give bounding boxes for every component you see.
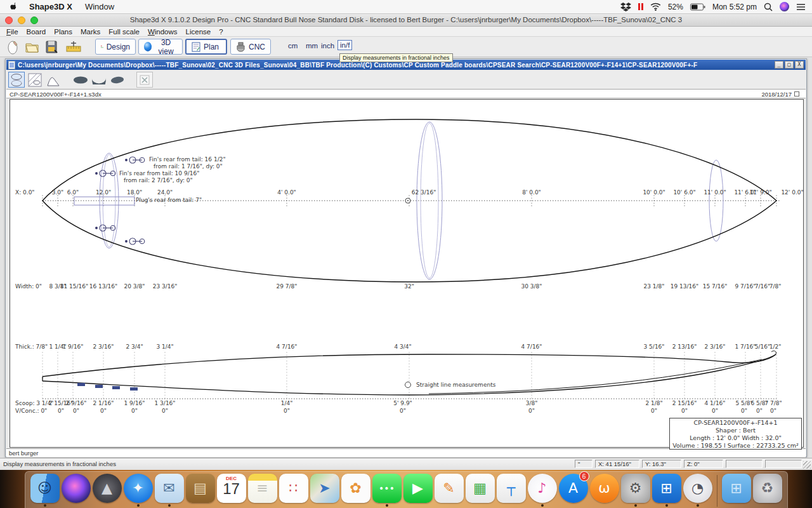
dock-contacts[interactable]: ▤ — [186, 474, 215, 507]
menu-marks[interactable]: Marks — [81, 28, 100, 36]
menubar-item-window[interactable]: Window — [85, 2, 114, 11]
export-disabled-icon[interactable] — [136, 72, 153, 88]
dock-app-store[interactable]: A6 — [559, 474, 588, 507]
dock-messages[interactable]: ••• — [372, 474, 402, 507]
unit-inch[interactable]: inch — [321, 42, 334, 50]
center-plug-box[interactable] — [74, 197, 134, 205]
menu-board[interactable]: Board — [27, 28, 46, 36]
wifi-icon[interactable] — [650, 3, 661, 11]
menu-file[interactable]: File — [6, 28, 18, 36]
dock-system-preferences[interactable]: ⚙ — [621, 474, 650, 507]
app-titlebar[interactable]: Shape3d X 9.1.0.2 Design Pro - CNC Stand… — [0, 14, 812, 27]
screen: Shape3D X Window 52% Mon 5:52 pm — [0, 0, 812, 508]
menubar-clock[interactable]: Mon 5:52 pm — [712, 3, 757, 11]
straight-line-marker[interactable] — [405, 382, 411, 388]
status-cell-0: " — [575, 460, 593, 468]
spotlight-search-icon[interactable] — [764, 3, 773, 11]
dock-ibooks[interactable]: ω — [590, 474, 619, 507]
3d-view-button[interactable]: 3D view — [138, 39, 183, 55]
minimize-traffic-light[interactable] — [18, 17, 25, 24]
outline-view-icon[interactable] — [8, 72, 25, 88]
menu-full-scale[interactable]: Full scale — [108, 28, 140, 36]
dock-notes[interactable]: ≡ — [248, 474, 277, 507]
document-window-buttons: _ □ X — [775, 61, 804, 69]
plan-mode-button[interactable]: Plan — [185, 39, 227, 55]
running-indicator-dot — [634, 504, 637, 507]
notification-center-icon[interactable] — [796, 3, 806, 11]
measure-tool-icon[interactable] — [65, 39, 82, 55]
measurement-v-concave: 0" — [756, 408, 763, 414]
dock-numbers[interactable]: ▦ — [466, 474, 495, 507]
battery-percent: 52% — [668, 3, 683, 11]
doc-minimize-button[interactable]: _ — [775, 61, 783, 69]
dock-trash[interactable]: ♻ — [753, 474, 782, 507]
menu-?[interactable]: ? — [219, 28, 223, 36]
dock-swirl-app[interactable]: ◔ — [683, 474, 712, 507]
dock-windows-folder[interactable]: ⊞ — [722, 474, 751, 507]
dock-itunes[interactable]: ♪ — [528, 474, 557, 507]
file-date: 2018/12/17 — [761, 91, 792, 98]
measurement-scoop: 2 1/16" — [93, 400, 114, 406]
dropbox-icon[interactable] — [620, 3, 631, 11]
bottom-view-icon[interactable] — [91, 72, 107, 88]
unit-inf-selected[interactable]: in/f — [337, 40, 352, 50]
numbers-icon: ▦ — [466, 474, 495, 503]
profile-view-icon[interactable] — [45, 72, 62, 88]
measurement-x: 11' 9.0" — [749, 189, 771, 196]
deck-view-icon[interactable] — [109, 72, 126, 88]
siri-icon[interactable] — [780, 2, 789, 11]
resize-grip[interactable] — [803, 461, 811, 469]
cnc-mode-button[interactable]: CNC — [230, 39, 271, 55]
info-volume-surface: Volume : 198.55 l Surface : 22733.25 cm² — [670, 442, 801, 450]
macos-menubar: Shape3D X Window 52% Mon 5:52 pm — [0, 0, 812, 14]
doc-close-button[interactable]: X — [795, 61, 804, 69]
safari-icon: ✦ — [124, 474, 153, 503]
measurement-width: 30 3/8" — [521, 283, 542, 290]
dock-safari[interactable]: ✦ — [124, 474, 153, 507]
dock-siri[interactable] — [62, 474, 91, 507]
dock-photos[interactable]: ✿ — [341, 474, 370, 507]
doc-maximize-button[interactable]: □ — [785, 61, 794, 69]
numbers-glyph: ▦ — [473, 481, 487, 495]
dock-finder[interactable]: ☺ — [30, 474, 60, 507]
ibooks-icon: ω — [590, 474, 619, 503]
date-checkbox[interactable] — [794, 91, 799, 97]
pause-status-icon[interactable] — [638, 3, 643, 10]
dock-keynote[interactable]: ┬ — [497, 474, 526, 507]
dock-facetime[interactable]: ▶ — [403, 474, 433, 507]
unit-cm[interactable]: cm — [288, 42, 298, 50]
dock-pages[interactable]: ✎ — [435, 474, 464, 507]
info-dimensions: Length : 12' 0.0" Width : 32.0" — [670, 434, 801, 442]
zoom-traffic-light[interactable] — [30, 17, 38, 24]
measurement-v-concave: 0" — [100, 408, 107, 414]
measurement-thickness: 4 7/16" — [521, 344, 542, 350]
3d-sphere-icon — [144, 42, 152, 51]
menubar-app-name[interactable]: Shape3D X — [29, 2, 72, 11]
document-window: C:\users\jnrburger\My Documents\Dropbox\… — [5, 58, 807, 457]
pages-icon: ✎ — [435, 474, 464, 503]
new-board-icon[interactable] — [5, 39, 22, 55]
windows-folder-glyph: ⊞ — [730, 481, 742, 495]
solid-outline-icon[interactable] — [72, 72, 89, 88]
dock-calendar[interactable]: DEC17 — [217, 474, 246, 507]
design-mode-button[interactable]: Design — [95, 39, 136, 55]
battery-icon[interactable] — [690, 3, 705, 11]
dock-launchpad[interactable]: ▲ — [93, 474, 122, 507]
ibooks-glyph: ω — [598, 481, 610, 495]
swirl-app-icon: ◔ — [683, 474, 712, 503]
dock-parallels-windows[interactable]: ⊞ — [652, 474, 681, 507]
maps-glyph: ➤ — [318, 481, 330, 495]
close-traffic-light[interactable] — [5, 17, 13, 24]
dock-maps[interactable]: ➤ — [310, 474, 339, 507]
dock-mail[interactable]: ✉ — [155, 474, 184, 507]
save-file-icon[interactable] — [43, 39, 60, 55]
unit-mm[interactable]: mm — [306, 42, 318, 50]
board-drawing-canvas[interactable]: CP-SEAR1200V00F+-F14+1 Shaper : Bert Len… — [10, 99, 804, 448]
menu-plans[interactable]: Plans — [54, 28, 72, 36]
apple-menu-icon[interactable] — [9, 2, 19, 12]
open-file-icon[interactable] — [24, 39, 41, 55]
menu-license[interactable]: License — [186, 28, 211, 36]
menu-windows[interactable]: Windows — [148, 28, 178, 36]
slices-view-icon[interactable] — [27, 72, 43, 88]
dock-reminders[interactable]: ∷ — [279, 474, 308, 507]
